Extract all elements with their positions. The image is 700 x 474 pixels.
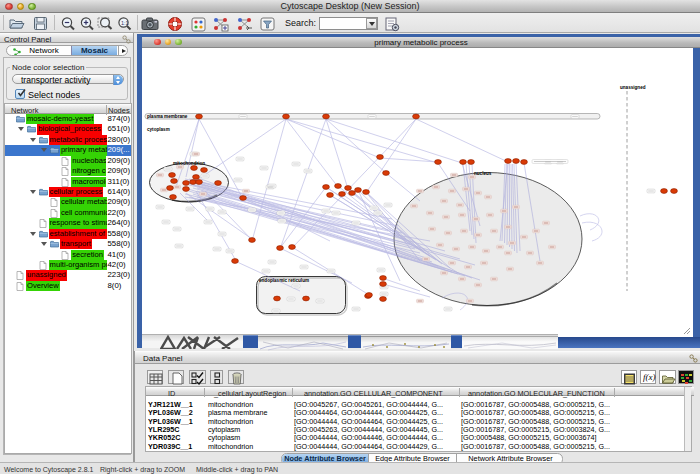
svg-text:endoplasmic reticulum: endoplasmic reticulum [259, 278, 309, 283]
svg-text:unassigned: unassigned [620, 85, 646, 90]
svg-text:cytoplasm: cytoplasm [147, 127, 170, 132]
svg-text:1:1: 1:1 [121, 20, 129, 26]
svg-text:plasma membrane: plasma membrane [147, 114, 188, 119]
svg-text:nucleus: nucleus [474, 171, 492, 176]
